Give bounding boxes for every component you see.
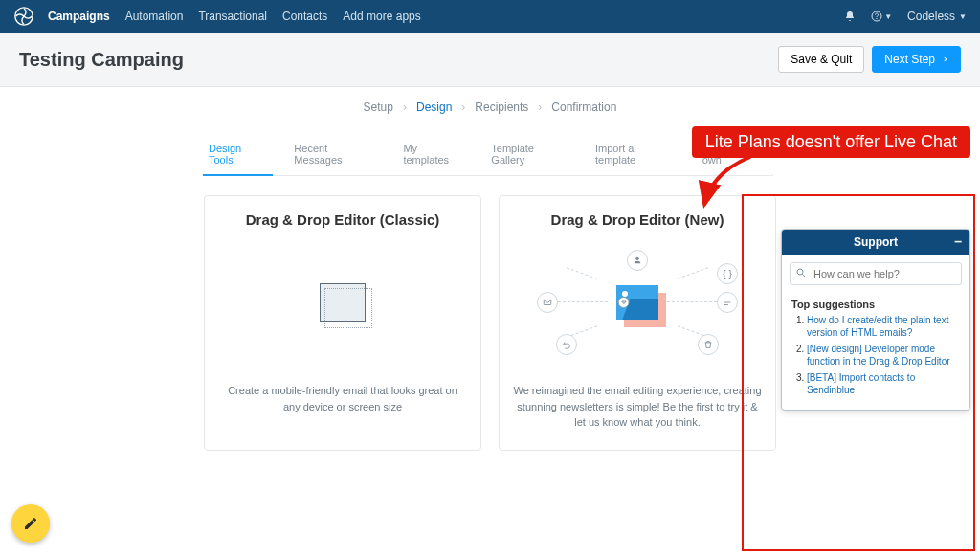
next-step-button[interactable]: Next Step [872,46,961,73]
support-title: Support [854,235,898,249]
chevron-down-icon: ▼ [959,12,967,21]
step-setup[interactable]: Setup [364,100,393,114]
support-body: Top suggestions How do I create/edit the… [782,293,969,410]
card-classic-editor[interactable]: Drag & Drop Editor (Classic) Create a mo… [204,195,481,451]
search-icon [795,267,807,278]
suggestion-link[interactable]: [BETA] Import contacts to Sendinblue [807,372,915,395]
card-classic-title: Drag & Drop Editor (Classic) [218,211,467,228]
step-confirmation[interactable]: Confirmation [551,100,616,114]
nav-items: Campaigns Automation Transactional Conta… [48,10,421,23]
tab-my-templates[interactable]: My templates [401,135,466,175]
chevron-right-icon: › [461,100,465,114]
element-user-icon [627,250,648,271]
chevron-right-icon: › [403,100,407,114]
help-icon[interactable]: ▼ [871,11,892,22]
header-bar: Testing Campaing Save & Quit Next Step [0,33,980,87]
list-item: How do I create/edit the plain text vers… [807,314,960,339]
element-list-icon [717,292,738,313]
nav-campaigns[interactable]: Campaigns [48,10,110,23]
chevron-right-icon: › [538,100,542,114]
brand-logo-icon [13,6,34,27]
card-new-illustration: { } ✥ [513,245,762,360]
element-undo-icon [556,334,577,355]
save-quit-button[interactable]: Save & Quit [778,46,864,73]
image-placeholder-icon [320,283,366,322]
tab-recent-messages[interactable]: Recent Messages [292,135,378,175]
support-header: Support – [782,230,969,255]
nav-addmore[interactable]: Add more apps [343,10,420,23]
list-item: [New design] Developer mode function in … [807,343,960,367]
element-code-icon: { } [717,263,738,284]
arrow-right-icon [939,55,948,64]
support-search-input[interactable] [790,262,962,285]
pencil-icon [23,516,38,531]
header-actions: Save & Quit Next Step [778,46,961,73]
move-handle-icon: ✥ [618,297,630,308]
element-mail-icon [537,292,558,313]
nav-right: ▼ Codeless ▼ [844,10,967,23]
annotation-callout: Lite Plans doesn't offer Live Chat [692,126,970,158]
step-recipients[interactable]: Recipients [475,100,528,114]
user-menu[interactable]: Codeless ▼ [907,10,967,23]
page-title: Testing Campaing [19,49,184,71]
suggestions-heading: Top suggestions [791,299,960,310]
suggestions-list: How do I create/edit the plain text vers… [791,314,960,396]
svg-point-2 [877,18,878,19]
tab-template-gallery[interactable]: Template Gallery [489,135,570,175]
card-classic-desc: Create a mobile-friendly email that look… [218,383,467,414]
list-item: [BETA] Import contacts to Sendinblue [807,371,960,396]
feedback-fab[interactable] [11,504,50,543]
suggestion-link[interactable]: How do I create/edit the plain text vers… [807,315,948,338]
top-nav: Campaigns Automation Transactional Conta… [0,0,980,33]
tab-design-tools[interactable]: Design Tools [207,135,269,175]
nav-automation[interactable]: Automation [125,10,184,23]
card-new-desc: We reimagined the email editing experien… [513,383,762,431]
breadcrumb: Setup › Design › Recipients › Confirmati… [0,87,980,127]
svg-line-9 [803,275,806,278]
support-search [790,262,962,285]
nav-contacts[interactable]: Contacts [282,10,327,23]
nav-transactional[interactable]: Transactional [198,10,267,23]
support-widget: Support – Top suggestions How do I creat… [781,229,970,411]
next-step-label: Next Step [884,53,935,66]
user-label: Codeless [907,10,955,23]
suggestion-link[interactable]: [New design] Developer mode function in … [807,344,950,367]
design-tabs: Design Tools Recent Messages My template… [207,127,773,176]
bell-icon[interactable] [844,11,856,22]
step-design[interactable]: Design [416,100,452,114]
svg-point-8 [797,269,803,275]
card-new-editor[interactable]: Drag & Drop Editor (New) { } [499,195,776,451]
card-classic-illustration [218,245,467,360]
minimize-icon[interactable]: – [954,234,962,249]
element-trash-icon [698,334,719,355]
card-new-title: Drag & Drop Editor (New) [513,211,762,228]
svg-point-3 [635,257,638,260]
tab-import-template[interactable]: Import a template [593,135,678,175]
